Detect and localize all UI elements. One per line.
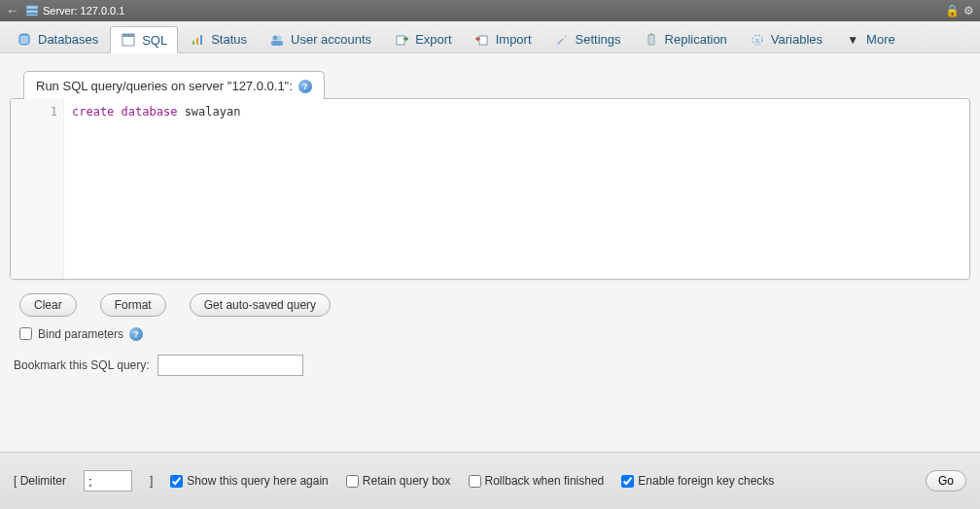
rollback-label: Rollback when finished <box>485 474 605 488</box>
bookmark-label: Bookmark this SQL query: <box>14 358 150 372</box>
tab-export[interactable]: Export <box>383 25 463 52</box>
svg-rect-7 <box>196 38 198 45</box>
bind-parameters-checkbox[interactable] <box>19 327 32 340</box>
tab-label: Import <box>496 32 532 47</box>
tab-variables[interactable]: s Variables <box>739 25 833 52</box>
tab-label: More <box>866 32 895 47</box>
bind-parameters-row: Bind parameters ? <box>19 326 970 341</box>
tab-replication[interactable]: Replication <box>633 25 738 52</box>
tab-label: SQL <box>142 33 167 48</box>
code-keyword: create <box>72 105 114 119</box>
server-icon <box>25 5 39 17</box>
export-icon <box>394 32 409 48</box>
sql-editor[interactable]: 1 create database swalayan <box>11 99 969 279</box>
tab-label: User accounts <box>291 32 371 47</box>
tab-databases[interactable]: Databases <box>6 25 109 52</box>
foreign-key-option[interactable]: Enable foreign key checks <box>621 474 774 488</box>
tab-status[interactable]: Status <box>179 25 258 52</box>
retain-option[interactable]: Retain query box <box>346 474 451 488</box>
editor-code[interactable]: create database swalayan <box>64 99 969 279</box>
help-icon[interactable]: ? <box>129 326 143 341</box>
foreign-key-checkbox[interactable] <box>621 475 634 488</box>
format-button[interactable]: Format <box>100 293 166 317</box>
gear-icon[interactable]: ⚙ <box>963 4 974 17</box>
wrench-icon <box>554 32 570 48</box>
delimiter-input[interactable] <box>84 470 132 492</box>
svg-rect-8 <box>200 35 202 45</box>
replication-icon <box>644 32 659 48</box>
show-again-checkbox[interactable] <box>170 475 183 488</box>
tab-more[interactable]: ▼ More <box>834 25 906 52</box>
svg-rect-13 <box>479 36 487 45</box>
retain-checkbox[interactable] <box>346 475 359 488</box>
go-button[interactable]: Go <box>926 470 966 492</box>
clear-button[interactable]: Clear <box>19 293 77 317</box>
show-again-option[interactable]: Show this query here again <box>170 474 328 488</box>
line-number: 1 <box>11 105 57 119</box>
tab-label: Databases <box>38 32 98 47</box>
tab-label: Status <box>211 32 247 47</box>
get-autosaved-button[interactable]: Get auto-saved query <box>190 293 331 317</box>
svg-point-10 <box>277 35 282 40</box>
svg-rect-12 <box>397 36 404 45</box>
svg-rect-15 <box>650 33 652 35</box>
rollback-checkbox[interactable] <box>469 475 481 488</box>
users-icon <box>269 32 285 48</box>
lock-icon[interactable]: 🔒 <box>945 4 960 17</box>
editor-buttons: Clear Format Get auto-saved query <box>19 293 970 317</box>
bind-parameters-label: Bind parameters <box>38 327 123 341</box>
tab-label: Export <box>415 32 452 47</box>
tab-label: Settings <box>576 32 621 47</box>
sql-panel: Run SQL query/queries on server "127.0.0… <box>0 53 980 405</box>
sql-editor-container: 1 create database swalayan <box>10 98 970 280</box>
main-tabs: Databases SQL Status User accounts Expor… <box>0 21 980 53</box>
import-icon <box>474 32 490 48</box>
rollback-option[interactable]: Rollback when finished <box>469 474 605 488</box>
foreign-key-label: Enable foreign key checks <box>638 474 774 488</box>
tab-settings[interactable]: Settings <box>543 25 632 52</box>
panel-title-bar: Run SQL query/queries on server "127.0.0… <box>23 71 325 99</box>
chevron-down-icon: ▼ <box>845 32 860 48</box>
bookmark-input[interactable] <box>158 355 303 376</box>
tab-import[interactable]: Import <box>464 25 542 52</box>
svg-rect-6 <box>192 41 194 45</box>
svg-rect-2 <box>26 14 38 16</box>
show-again-label: Show this query here again <box>187 474 328 488</box>
svg-text:s: s <box>755 36 759 45</box>
tab-label: Variables <box>771 32 822 47</box>
svg-rect-1 <box>26 10 38 13</box>
svg-rect-0 <box>26 6 38 9</box>
svg-rect-11 <box>271 41 283 46</box>
svg-rect-14 <box>648 35 654 45</box>
code-identifier: swalayan <box>185 105 241 119</box>
footer-bar: [ Delimiter ] Show this query here again… <box>0 452 980 509</box>
variables-icon: s <box>750 32 765 48</box>
status-icon <box>190 32 205 48</box>
server-label: Server: 127.0.0.1 <box>43 5 124 17</box>
bookmark-row: Bookmark this SQL query: <box>14 355 970 376</box>
delimiter-bracket-close: ] <box>150 474 153 488</box>
panel-title: Run SQL query/queries on server "127.0.0… <box>36 79 293 93</box>
back-arrow-icon[interactable]: ← <box>6 3 19 18</box>
svg-rect-5 <box>122 34 134 37</box>
sql-icon <box>121 32 136 48</box>
retain-label: Retain query box <box>363 474 451 488</box>
tab-sql[interactable]: SQL <box>110 26 178 53</box>
editor-gutter: 1 <box>11 99 64 279</box>
tab-label: Replication <box>665 32 727 47</box>
database-icon <box>17 32 32 48</box>
delimiter-bracket-open: [ Delimiter <box>14 474 66 488</box>
tab-user-accounts[interactable]: User accounts <box>259 25 382 52</box>
help-icon[interactable]: ? <box>298 78 312 93</box>
code-keyword: database <box>122 105 178 119</box>
title-bar: ← Server: 127.0.0.1 🔒 ⚙ <box>0 0 980 21</box>
